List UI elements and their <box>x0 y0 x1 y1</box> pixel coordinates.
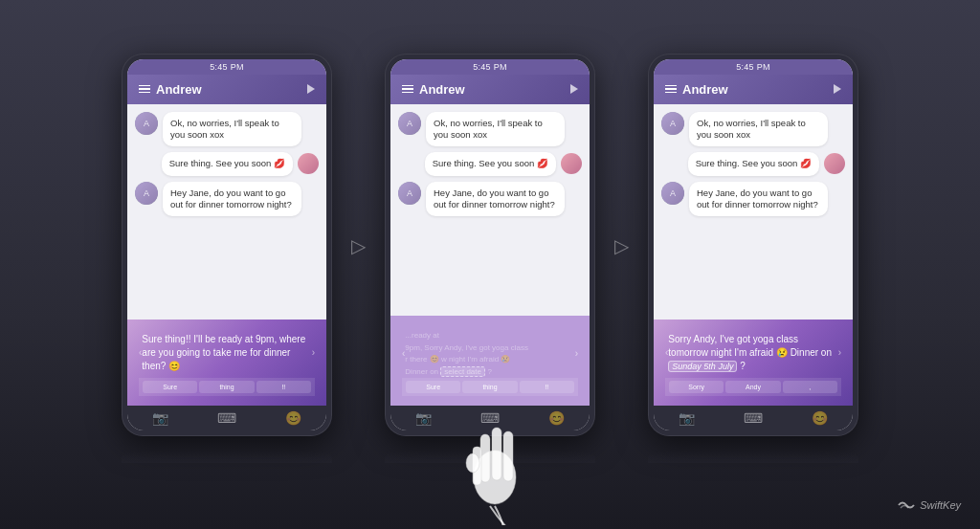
avatar-andrew-5: A <box>661 112 684 135</box>
emoji-icon-1[interactable]: 😊 <box>285 410 301 426</box>
select-date-field[interactable]: select date <box>440 366 485 377</box>
emoji-icon-2[interactable]: 😊 <box>548 410 565 426</box>
message-row-1: A Ok, no worries, I'll speak to you soon… <box>135 112 319 147</box>
phone-3-chat-area: A Ok, no worries, I'll speak to you soon… <box>654 104 853 320</box>
phone-2-reply-area[interactable]: ‹ ...ready at9pm, Sorry Andy, I've got y… <box>390 316 590 405</box>
hamburger-icon-2[interactable] <box>402 85 413 94</box>
suggestion-3-2[interactable]: Andy <box>725 381 780 393</box>
bubble-received-3-1: Ok, no worries, I'll speak to you soon x… <box>689 112 828 147</box>
phone-1-reply-area[interactable]: ‹ Sure thing!! I'll be ready at 9pm, whe… <box>127 320 326 406</box>
phone-2-reflection <box>385 452 595 463</box>
message-row-2-3: A Hey Jane, do you want to go out for di… <box>398 182 582 217</box>
suggestion-3-3[interactable]: , <box>783 381 837 393</box>
bubble-sent-3: Sure thing. See you soon 💋 <box>688 152 819 175</box>
hamburger-icon-3[interactable] <box>665 85 677 94</box>
keyboard-icon-3[interactable]: ⌨ <box>744 410 763 426</box>
suggestion-2-2[interactable]: thing <box>462 381 517 393</box>
arrow-1: ▷ <box>351 234 366 257</box>
message-row-2: Sure thing. See you soon 💋 <box>135 152 319 175</box>
camera-icon-1[interactable]: 📷 <box>152 410 168 426</box>
avatar-andrew: A <box>135 112 158 135</box>
phone-3-status-bar: 5:45 PM <box>654 59 853 75</box>
phone-3-reply-text: Sorry Andy, I've got yoga class tomorrow… <box>668 333 837 373</box>
nav-arrow-right-1[interactable]: › <box>312 347 315 358</box>
phone-2: 5:45 PM Andrew A <box>385 54 595 436</box>
bubble-received-2: Hey Jane, do you want to go out for dinn… <box>163 182 301 217</box>
phone-1-status-bar: 5:45 PM <box>127 59 326 75</box>
phone-2-status-bar: 5:45 PM <box>390 59 590 75</box>
avatar-andrew-4: A <box>398 182 421 205</box>
phone-3-bottom-bar: 📷 ⌨ 😊 <box>654 406 853 430</box>
suggestion-3[interactable]: !! <box>256 381 311 393</box>
phone-2-screen: 5:45 PM Andrew A <box>390 59 590 430</box>
phone-3-contact-name: Andrew <box>682 82 728 97</box>
message-row-3: A Hey Jane, do you want to go out for di… <box>135 182 319 217</box>
avatar-andrew-3: A <box>398 112 421 135</box>
phone-1: 5:45 PM Andrew <box>122 54 332 436</box>
arrow-2: ▷ <box>614 234 629 257</box>
send-icon-2[interactable] <box>570 84 578 94</box>
phone-1-bottom-bar: 📷 ⌨ 😊 <box>127 406 326 430</box>
suggestion-1[interactable]: Sure <box>143 381 197 393</box>
bubble-received-2-2: Hey Jane, do you want to go out for dinn… <box>426 182 565 217</box>
phone-1-header: Andrew <box>127 75 326 104</box>
phone-2-reply-text-preview: ...ready at9pm, Sorry Andy, I've got yog… <box>405 329 574 377</box>
keyboard-icon-1[interactable]: ⌨ <box>217 410 236 426</box>
emoji-icon-3[interactable]: 😊 <box>812 410 828 426</box>
avatar-jane-2 <box>561 153 582 174</box>
hamburger-icon[interactable] <box>139 85 150 94</box>
phone-2-suggestions: Sure thing !! <box>402 378 578 396</box>
keyboard-icon-2[interactable]: ⌨ <box>480 410 500 426</box>
message-row-2-1: A Ok, no worries, I'll speak to you soon… <box>398 112 582 147</box>
phone-1-chat-area: A Ok, no worries, I'll speak to you soon… <box>127 104 326 320</box>
date-highlight[interactable]: Sunday 5th July <box>668 361 737 372</box>
avatar-jane <box>298 153 319 174</box>
suggestion-3-1[interactable]: Sorry <box>669 381 724 393</box>
message-row-3-2: Sure thing. See you soon 💋 <box>661 152 845 175</box>
phone-2-chat-area: A Ok, no worries, I'll speak to you soon… <box>390 104 590 317</box>
phone-2-header: Andrew <box>390 75 590 104</box>
suggestion-2-3[interactable]: !! <box>520 381 574 393</box>
avatar-andrew-2: A <box>135 182 158 205</box>
send-icon[interactable] <box>307 84 315 94</box>
avatar-jane-3 <box>824 153 845 174</box>
phone-3-header: Andrew <box>654 75 853 104</box>
nav-arrow-right-2[interactable]: › <box>575 348 578 359</box>
camera-icon-2[interactable]: 📷 <box>415 410 432 426</box>
phone-1-screen: 5:45 PM Andrew <box>127 59 326 430</box>
send-icon-3[interactable] <box>834 84 841 94</box>
camera-icon-3[interactable]: 📷 <box>679 410 695 426</box>
message-row-2-2: Sure thing. See you soon 💋 <box>398 152 582 175</box>
suggestion-2-1[interactable]: Sure <box>406 381 460 393</box>
bubble-sent-1: Sure thing. See you soon 💋 <box>162 152 293 175</box>
phone-1-wrapper: 5:45 PM Andrew <box>122 54 332 476</box>
phone-2-contact-name: Andrew <box>419 82 465 97</box>
bubble-received-1: Ok, no worries, I'll speak to you soon x… <box>163 112 301 147</box>
swiftkey-logo: SwiftKey <box>897 498 961 512</box>
phone-1-suggestions: Sure thing !! <box>139 378 315 396</box>
bubble-sent-2: Sure thing. See you soon 💋 <box>425 152 556 175</box>
phone-1-contact-name: Andrew <box>156 82 202 97</box>
phone-3-reflection <box>648 452 858 463</box>
scene: 5:45 PM Andrew <box>0 0 980 529</box>
bubble-received-2-1: Ok, no worries, I'll speak to you soon x… <box>426 112 565 147</box>
phone-3-wrapper: 5:45 PM Andrew A <box>648 54 858 476</box>
phone-1-reply-text[interactable]: Sure thing!! I'll be ready at 9pm, where… <box>142 333 311 373</box>
swiftkey-brand-icon <box>897 498 916 512</box>
message-row-3-1: A Ok, no worries, I'll speak to you soon… <box>661 112 845 147</box>
phone-3-reply-area[interactable]: ‹ Sorry Andy, I've got yoga class tomorr… <box>654 320 853 406</box>
bubble-received-3-2: Hey Jane, do you want to go out for dinn… <box>689 182 828 217</box>
phone-2-wrapper: 5:45 PM Andrew A <box>385 54 595 476</box>
phone-3-suggestions: Sorry Andy , <box>665 378 841 396</box>
nav-arrow-right-3[interactable]: › <box>838 347 841 358</box>
phone-1-reflection <box>122 452 332 463</box>
phone-3-screen: 5:45 PM Andrew A <box>654 59 853 430</box>
avatar-andrew-6: A <box>661 182 684 205</box>
message-row-3-3: A Hey Jane, do you want to go out for di… <box>661 182 845 217</box>
phone-2-bottom-bar: 📷 ⌨ 😊 <box>390 406 590 430</box>
phone-3: 5:45 PM Andrew A <box>648 54 858 436</box>
suggestion-2[interactable]: thing <box>199 381 254 393</box>
